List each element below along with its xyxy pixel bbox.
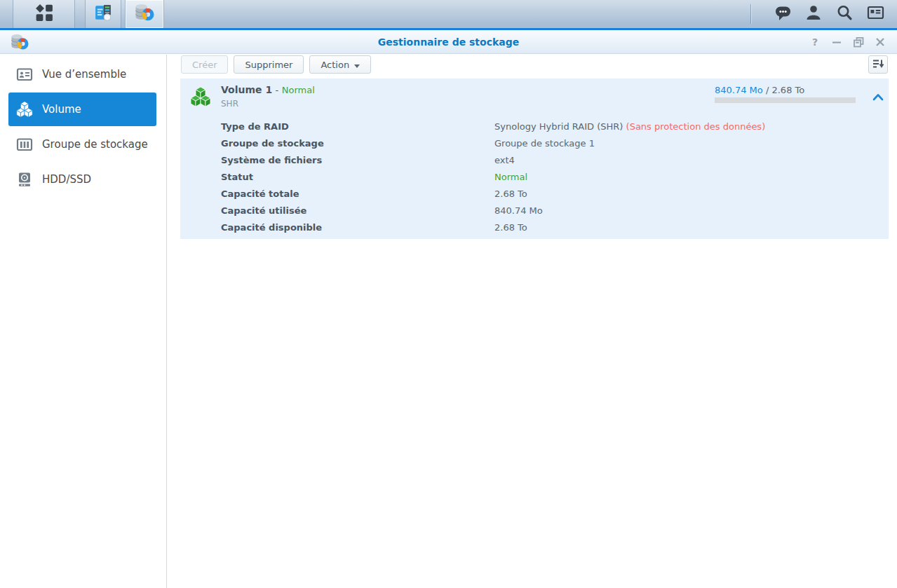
sidebar-item-overview[interactable]: Vue d’ensemble [8,57,156,91]
detail-row: Type de RAID Synology Hybrid RAID (SHR) … [180,118,889,135]
detail-value: 840.74 Mo [494,205,543,216]
help-icon[interactable]: ? [809,36,821,48]
volume-dash: - [276,85,279,95]
collapse-all-icon [872,58,884,71]
taskbar-separator [750,4,751,24]
overview-icon [15,65,34,83]
volume-cubes-icon [15,100,34,118]
detail-value-status: Normal [494,172,527,182]
detail-row: Capacité totale 2.68 To [180,185,889,202]
detail-row: Groupe de stockage Groupe de stockage 1 [180,135,889,151]
close-icon[interactable] [875,36,886,48]
volume-usage-text: 840.74 Mo / 2.68 To [715,85,804,95]
search-icon [836,4,853,24]
control-panel-button[interactable] [85,0,121,28]
detail-value: 2.68 To [494,189,527,199]
action-label: Action [321,60,349,70]
detail-value: ext4 [494,155,515,165]
sidebar-item-volume[interactable]: Volume [8,93,156,126]
storage-manager-icon [135,3,154,25]
notifications-button[interactable] [772,4,793,25]
window-titlebar: Gestionnaire de stockage ? [0,30,897,54]
window-title: Gestionnaire de stockage [0,30,897,54]
pilot-view-button[interactable] [865,4,886,25]
taskbar-tray [750,0,897,28]
raid-warning: (Sans protection des données) [626,121,766,132]
window-controls: ? [809,30,886,54]
detail-label: Type de RAID [180,121,494,132]
main-menu-button[interactable] [13,0,75,28]
detail-label: Groupe de stockage [180,138,494,149]
taskbar [0,0,897,30]
storage-manager-taskbar-button[interactable] [125,0,164,28]
user-icon [805,4,822,24]
control-panel-icon [94,4,112,25]
detail-row: Capacité utilisée 840.74 Mo [180,202,889,219]
volume-panel-header[interactable]: Volume 1 - Normal SHR 840.74 Mo / 2.68 T… [180,78,889,115]
detail-row: Statut Normal [180,168,889,185]
volume-raid-type: SHR [221,99,238,109]
volume-details: Type de RAID Synology Hybrid RAID (SHR) … [180,118,889,235]
detail-label: Système de fichiers [180,155,494,165]
hdd-icon [15,170,34,189]
search-button[interactable] [834,4,855,25]
volume-name: Volume 1 [221,84,272,95]
chevron-down-icon [354,60,360,70]
toolbar: Créer Supprimer Action [168,55,897,78]
sidebar-item-storage-pool[interactable]: Groupe de stockage [8,128,156,161]
detail-label: Statut [180,172,494,182]
volume-panel: Volume 1 - Normal SHR 840.74 Mo / 2.68 T… [180,78,889,239]
detail-row: Système de fichiers ext4 [180,151,889,168]
detail-label: Capacité utilisée [180,205,494,216]
notifications-icon [774,5,792,24]
detail-value: Groupe de stockage 1 [494,138,595,149]
volume-total: 2.68 To [771,85,804,95]
taskbar-apps [13,0,164,28]
sidebar-item-label: HDD/SSD [42,173,91,186]
main-area: Créer Supprimer Action [168,55,897,588]
main-menu-icon [35,4,53,25]
detail-value: Synology Hybrid RAID (SHR) (Sans protect… [494,121,765,132]
create-button[interactable]: Créer [181,55,228,74]
volume-status-text: Normal [282,85,315,95]
sidebar-item-label: Groupe de stockage [42,138,148,151]
detail-label: Capacité totale [180,189,494,199]
volume-title-line: Volume 1 - Normal [221,84,315,95]
volume-status-icon [190,86,211,110]
detail-label: Capacité disponible [180,222,494,233]
pilot-view-icon [867,4,884,24]
volume-used: 840.74 Mo [715,85,763,95]
delete-button[interactable]: Supprimer [234,55,304,74]
user-button[interactable] [803,4,824,25]
detail-row: Capacité disponible 2.68 To [180,219,889,235]
sidebar: Vue d’ensemble Volume [0,55,167,588]
detail-value: 2.68 To [494,222,527,233]
collapse-all-button[interactable] [868,55,888,74]
sidebar-item-label: Vue d’ensemble [42,68,126,81]
sidebar-item-hdd-ssd[interactable]: HDD/SSD [8,163,156,196]
chevron-up-icon[interactable] [872,91,884,102]
storage-pool-icon [15,135,34,153]
action-dropdown-button[interactable]: Action [309,55,371,74]
volume-usage-bar [715,97,856,103]
maximize-icon[interactable] [853,36,864,48]
sidebar-item-label: Volume [42,103,81,116]
minimize-icon[interactable] [831,36,842,48]
